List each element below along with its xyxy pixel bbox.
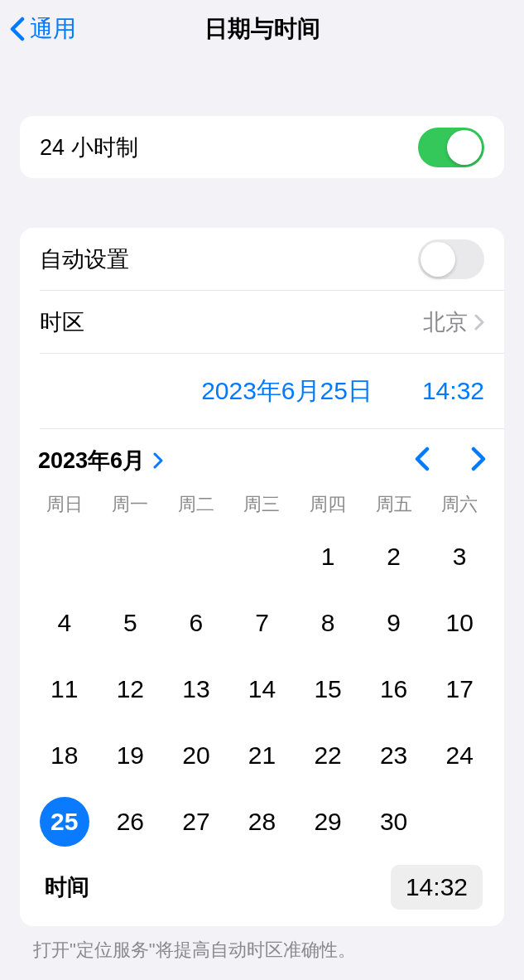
day-blank bbox=[98, 524, 164, 590]
day-cell[interactable]: 18 bbox=[31, 722, 98, 789]
month-picker-button[interactable]: 2023年6月 bbox=[38, 446, 163, 476]
month-label: 2023年6月 bbox=[38, 446, 145, 476]
selected-time-display[interactable]: 14:32 bbox=[422, 377, 484, 405]
weekday-header: 周二 bbox=[163, 492, 229, 517]
chevron-right-icon bbox=[471, 447, 486, 471]
day-cell[interactable]: 24 bbox=[426, 722, 493, 789]
chevron-right-icon bbox=[474, 314, 484, 331]
day-blank bbox=[229, 524, 296, 590]
day-cell[interactable]: 30 bbox=[361, 789, 427, 855]
auto-set-switch[interactable] bbox=[418, 239, 484, 279]
chevron-left-icon bbox=[415, 447, 430, 471]
prev-month-button[interactable] bbox=[415, 447, 430, 475]
time-label: 时间 bbox=[45, 872, 89, 902]
selected-date-display[interactable]: 2023年6月25日 bbox=[201, 374, 373, 408]
day-cell[interactable]: 7 bbox=[229, 590, 296, 656]
auto-set-row: 自动设置 bbox=[20, 228, 504, 290]
day-cell[interactable]: 1 bbox=[295, 524, 361, 590]
day-blank bbox=[163, 524, 229, 590]
day-cell[interactable]: 28 bbox=[229, 789, 296, 855]
auto-set-label: 自动设置 bbox=[40, 244, 129, 274]
day-cell[interactable]: 10 bbox=[426, 590, 493, 656]
timezone-label: 时区 bbox=[40, 307, 84, 337]
day-cell[interactable]: 8 bbox=[295, 590, 361, 656]
day-cell[interactable]: 26 bbox=[98, 789, 164, 855]
day-cell[interactable]: 29 bbox=[295, 789, 361, 855]
day-cell[interactable]: 23 bbox=[361, 722, 427, 789]
day-cell[interactable]: 17 bbox=[426, 656, 493, 722]
day-cell[interactable]: 12 bbox=[98, 656, 164, 722]
day-blank bbox=[31, 524, 98, 590]
weekday-header: 周五 bbox=[361, 492, 427, 517]
back-label: 通用 bbox=[30, 13, 76, 45]
back-button[interactable]: 通用 bbox=[10, 13, 76, 45]
weekday-header: 周三 bbox=[229, 492, 296, 517]
day-cell[interactable]: 5 bbox=[98, 590, 164, 656]
chevron-left-icon bbox=[10, 17, 25, 41]
day-cell[interactable]: 11 bbox=[31, 656, 98, 722]
time-picker-button[interactable]: 14:32 bbox=[391, 865, 483, 910]
day-cell[interactable]: 25 bbox=[31, 789, 98, 855]
day-cell[interactable]: 9 bbox=[361, 590, 427, 656]
chevron-right-icon bbox=[153, 452, 163, 469]
twenty-four-hour-switch[interactable] bbox=[418, 128, 484, 167]
next-month-button[interactable] bbox=[471, 447, 486, 475]
twenty-four-hour-row: 24 小时制 bbox=[20, 116, 504, 178]
selected-datetime-row: 2023年6月25日 14:32 bbox=[20, 354, 504, 428]
footer-hint: 打开"定位服务"将提高自动时区准确性。 bbox=[0, 926, 524, 963]
day-cell[interactable]: 4 bbox=[31, 590, 98, 656]
day-cell[interactable]: 6 bbox=[163, 590, 229, 656]
day-cell[interactable]: 3 bbox=[426, 524, 493, 590]
day-cell[interactable]: 27 bbox=[163, 789, 229, 855]
weekday-header: 周日 bbox=[31, 492, 98, 517]
twenty-four-hour-label: 24 小时制 bbox=[40, 133, 138, 162]
weekday-header: 周六 bbox=[426, 492, 493, 517]
day-cell[interactable]: 14 bbox=[229, 656, 296, 722]
day-cell[interactable]: 2 bbox=[361, 524, 427, 590]
weekday-header: 周一 bbox=[98, 492, 164, 517]
timezone-value: 北京 bbox=[423, 307, 468, 337]
timezone-row[interactable]: 时区 北京 bbox=[20, 291, 504, 353]
weekday-header: 周四 bbox=[295, 492, 361, 517]
day-cell[interactable]: 13 bbox=[163, 656, 229, 722]
day-cell[interactable]: 19 bbox=[98, 722, 164, 789]
page-title: 日期与时间 bbox=[204, 13, 320, 45]
day-cell[interactable]: 22 bbox=[295, 722, 361, 789]
day-cell[interactable]: 21 bbox=[229, 722, 296, 789]
day-cell[interactable]: 16 bbox=[361, 656, 427, 722]
day-cell[interactable]: 15 bbox=[295, 656, 361, 722]
day-cell[interactable]: 20 bbox=[163, 722, 229, 789]
calendar: 2023年6月 周日周一周二周三周四周五周六 12345678910111213… bbox=[20, 429, 504, 926]
